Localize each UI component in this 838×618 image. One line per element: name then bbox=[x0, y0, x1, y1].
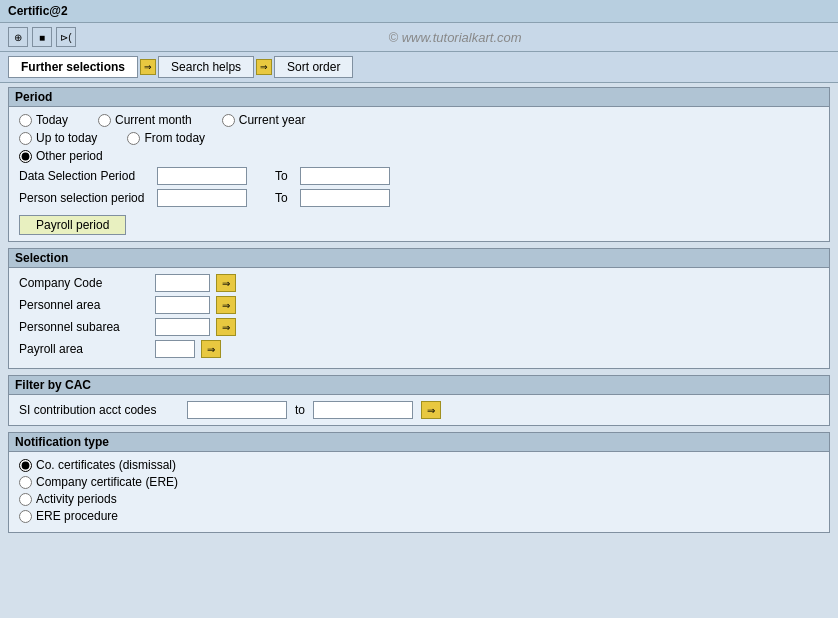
payroll-area-label: Payroll area bbox=[19, 342, 149, 356]
notification-section: Notification type Co. certificates (dism… bbox=[8, 432, 830, 533]
filter-cac-to-input[interactable] bbox=[313, 401, 413, 419]
selection-header: Selection bbox=[8, 248, 830, 267]
company-code-label: Company Code bbox=[19, 276, 149, 290]
tab-sort-order-label: Sort order bbox=[287, 60, 340, 74]
filter-cac-from-input[interactable] bbox=[187, 401, 287, 419]
filter-cac-header: Filter by CAC bbox=[8, 375, 830, 394]
person-selection-label: Person selection period bbox=[19, 191, 149, 205]
filter-cac-row: SI contribution acct codes to ⇒ bbox=[19, 401, 819, 419]
radio-up-to-today[interactable]: Up to today bbox=[19, 131, 97, 145]
data-selection-from-input[interactable] bbox=[157, 167, 247, 185]
company-code-input[interactable] bbox=[155, 274, 210, 292]
radio-other-period[interactable]: Other period bbox=[19, 149, 103, 163]
company-code-arrow-btn[interactable]: ⇒ bbox=[216, 274, 236, 292]
toolbar: ⊕ ■ ⊳( © www.tutorialkart.com bbox=[0, 23, 838, 52]
period-body: Today Current month Current year Up to t… bbox=[8, 106, 830, 242]
nav-icon[interactable]: ⊳( bbox=[56, 27, 76, 47]
notification-body: Co. certificates (dismissal) Company cer… bbox=[8, 451, 830, 533]
personnel-subarea-arrow-btn[interactable]: ⇒ bbox=[216, 318, 236, 336]
person-selection-to-label: To bbox=[275, 191, 288, 205]
radio-up-to-today-input[interactable] bbox=[19, 132, 32, 145]
radio-current-month[interactable]: Current month bbox=[98, 113, 192, 127]
radio-co-certificates-input[interactable] bbox=[19, 459, 32, 472]
radio-current-month-input[interactable] bbox=[98, 114, 111, 127]
payroll-area-row: Payroll area ⇒ bbox=[19, 340, 819, 358]
radio-company-certificate[interactable]: Company certificate (ERE) bbox=[19, 475, 178, 489]
payroll-area-input[interactable] bbox=[155, 340, 195, 358]
data-selection-label: Data Selection Period bbox=[19, 169, 149, 183]
payroll-area-arrow-btn[interactable]: ⇒ bbox=[201, 340, 221, 358]
tab-sort-order[interactable]: Sort order bbox=[274, 56, 353, 78]
radio-current-year-input[interactable] bbox=[222, 114, 235, 127]
period-header: Period bbox=[8, 87, 830, 106]
tab-search-arrow: ⇒ bbox=[256, 59, 272, 75]
data-selection-period-row: Data Selection Period To bbox=[19, 167, 819, 185]
back-icon[interactable]: ⊕ bbox=[8, 27, 28, 47]
data-selection-to-label: To bbox=[275, 169, 288, 183]
notification-header: Notification type bbox=[8, 432, 830, 451]
main-content: Period Today Current month Current year bbox=[0, 83, 838, 543]
radio-from-today[interactable]: From today bbox=[127, 131, 205, 145]
tab-further-selections[interactable]: Further selections bbox=[8, 56, 138, 78]
radio-from-today-input[interactable] bbox=[127, 132, 140, 145]
filter-cac-arrow-btn[interactable]: ⇒ bbox=[421, 401, 441, 419]
filter-cac-label: SI contribution acct codes bbox=[19, 403, 179, 417]
period-row-2: Up to today From today bbox=[19, 131, 819, 145]
title-bar: Certific@2 bbox=[0, 0, 838, 23]
radio-activity-periods-input[interactable] bbox=[19, 493, 32, 506]
period-row-1: Today Current month Current year bbox=[19, 113, 819, 127]
tab-bar: Further selections ⇒ Search helps ⇒ Sort… bbox=[0, 52, 838, 83]
radio-company-certificate-input[interactable] bbox=[19, 476, 32, 489]
personnel-area-input[interactable] bbox=[155, 296, 210, 314]
selection-body: Company Code ⇒ Personnel area ⇒ Personne… bbox=[8, 267, 830, 369]
personnel-area-label: Personnel area bbox=[19, 298, 149, 312]
personnel-area-arrow-btn[interactable]: ⇒ bbox=[216, 296, 236, 314]
notif-company-certificate-row: Company certificate (ERE) bbox=[19, 475, 819, 489]
tab-further-selections-label: Further selections bbox=[21, 60, 125, 74]
person-selection-to-input[interactable] bbox=[300, 189, 390, 207]
radio-today-input[interactable] bbox=[19, 114, 32, 127]
radio-current-year[interactable]: Current year bbox=[222, 113, 306, 127]
filter-cac-to-label: to bbox=[295, 403, 305, 417]
personnel-area-row: Personnel area ⇒ bbox=[19, 296, 819, 314]
app-title: Certific@2 bbox=[8, 4, 68, 18]
notif-co-certificates-row: Co. certificates (dismissal) bbox=[19, 458, 819, 472]
radio-co-certificates[interactable]: Co. certificates (dismissal) bbox=[19, 458, 176, 472]
radio-ere-procedure-input[interactable] bbox=[19, 510, 32, 523]
period-section: Period Today Current month Current year bbox=[8, 87, 830, 242]
radio-other-period-input[interactable] bbox=[19, 150, 32, 163]
period-row-3: Other period bbox=[19, 149, 819, 163]
save-icon[interactable]: ■ bbox=[32, 27, 52, 47]
data-selection-to-input[interactable] bbox=[300, 167, 390, 185]
radio-activity-periods[interactable]: Activity periods bbox=[19, 492, 117, 506]
payroll-period-button[interactable]: Payroll period bbox=[19, 215, 126, 235]
personnel-subarea-input[interactable] bbox=[155, 318, 210, 336]
filter-cac-body: SI contribution acct codes to ⇒ bbox=[8, 394, 830, 426]
radio-ere-procedure[interactable]: ERE procedure bbox=[19, 509, 118, 523]
filter-cac-section: Filter by CAC SI contribution acct codes… bbox=[8, 375, 830, 426]
company-code-row: Company Code ⇒ bbox=[19, 274, 819, 292]
tab-search-helps-label: Search helps bbox=[171, 60, 241, 74]
personnel-subarea-row: Personnel subarea ⇒ bbox=[19, 318, 819, 336]
tab-further-arrow: ⇒ bbox=[140, 59, 156, 75]
selection-section: Selection Company Code ⇒ Personnel area … bbox=[8, 248, 830, 369]
tab-search-helps[interactable]: Search helps bbox=[158, 56, 254, 78]
notif-activity-periods-row: Activity periods bbox=[19, 492, 819, 506]
radio-today[interactable]: Today bbox=[19, 113, 68, 127]
person-selection-period-row: Person selection period To bbox=[19, 189, 819, 207]
person-selection-from-input[interactable] bbox=[157, 189, 247, 207]
watermark: © www.tutorialkart.com bbox=[80, 30, 830, 45]
personnel-subarea-label: Personnel subarea bbox=[19, 320, 149, 334]
notif-ere-procedure-row: ERE procedure bbox=[19, 509, 819, 523]
